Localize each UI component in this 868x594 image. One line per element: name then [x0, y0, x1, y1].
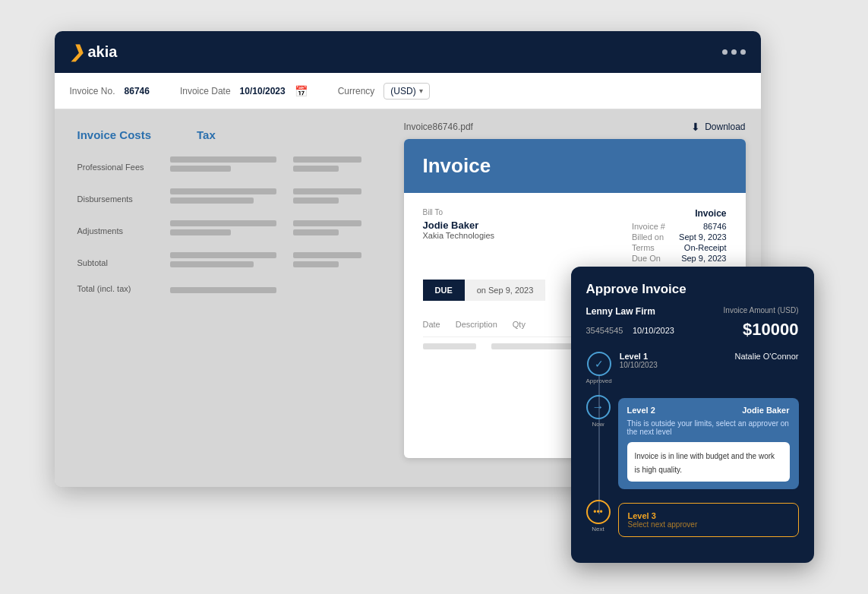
approve-modal: Approve Invoice Lenny Law Firm Invoice A…	[571, 267, 814, 563]
pf-bar-2	[170, 166, 231, 172]
level3-status-label: Next	[592, 526, 604, 532]
pdf-header: Invoice86746.pdf ⬇ Download	[404, 121, 746, 133]
pf-bar-1	[170, 156, 276, 163]
level1-icon: ✓	[587, 352, 611, 376]
adj-tax-bar-1	[293, 220, 361, 226]
pf-tax-bars	[293, 156, 361, 172]
sub-bar-1	[170, 252, 276, 258]
level3-box[interactable]: Level 3 Select next approver	[618, 503, 799, 537]
invoice-date-field: Invoice Date 10/10/2023 📅	[180, 85, 308, 97]
disb-bar-1	[170, 188, 276, 194]
dots-icon: •••	[593, 507, 603, 517]
modal-invoice-id: 35454545	[586, 326, 623, 335]
level1-person: Natalie O'Connor	[734, 352, 798, 361]
disbursements-label: Disbursements	[77, 194, 161, 204]
sub-tax-bars	[293, 252, 361, 267]
level3-placeholder: Select next approver	[628, 520, 789, 529]
col-description: Description	[456, 320, 497, 329]
dots-menu[interactable]	[722, 49, 746, 55]
arrow-right-icon: →	[592, 400, 604, 414]
sub-tax-bar-1	[293, 252, 361, 258]
adj-bar-2	[170, 229, 231, 235]
terms-key: Terms	[632, 243, 655, 252]
level3-icon: •••	[586, 500, 611, 524]
level2-icon: →	[586, 395, 611, 419]
level3-icon-wrapper: ••• Next	[586, 500, 611, 532]
level3-content: Level 3 Select next approver	[618, 500, 799, 537]
invoice-costs-title: Invoice Costs	[77, 128, 152, 141]
level1-date: 10/10/2023	[620, 361, 799, 369]
modal-firm-name: Lenny Law Firm	[586, 306, 655, 317]
currency-dropdown[interactable]: (USD) ▾	[383, 83, 429, 100]
title-bar: ❯ akia	[55, 31, 761, 73]
disb-bar-2	[170, 197, 254, 204]
chevron-down-icon: ▾	[419, 87, 423, 95]
col-date: Date	[423, 320, 440, 329]
invoice-number-key: Invoice #	[632, 222, 665, 231]
sub-tax-bar-2	[293, 261, 339, 267]
total-bar-1	[170, 287, 276, 293]
invoice-number-row: Invoice # 86746	[632, 222, 727, 231]
disb-tax-bars	[293, 188, 361, 204]
dot-2	[731, 49, 737, 55]
currency-field: Currency (USD) ▾	[338, 83, 430, 100]
calendar-icon[interactable]: 📅	[295, 85, 308, 97]
col-qty: Qty	[513, 320, 526, 329]
invoice-details-label: Invoice	[632, 208, 727, 219]
invoice-no-field: Invoice No. 86746	[70, 86, 150, 96]
invoice-date-value: 10/10/2023	[240, 86, 286, 96]
pdf-bill-row: Bill To Jodie Baker Xakia Technologies I…	[423, 208, 727, 264]
adj-bars	[170, 220, 276, 235]
disbursements-row: Disbursements	[77, 188, 381, 204]
professional-fees-row: Professional Fees	[77, 156, 381, 172]
level1-status-label: Approved	[586, 378, 612, 384]
level1-icon-wrapper: ✓ Approved	[586, 352, 612, 384]
due-date: on Sep 9, 2023	[465, 280, 546, 301]
billed-on-val: Sept 9, 2023	[679, 232, 726, 242]
level3-item: ••• Next Level 3 Select next approver	[586, 500, 799, 537]
level3-name: Level 3	[628, 511, 789, 520]
logo-area: ❯ akia	[70, 43, 118, 62]
invoice-no-value: 86746	[125, 86, 150, 96]
terms-row: Terms On-Receipt	[632, 243, 727, 252]
left-panel: Invoice Costs Tax Professional Fees	[55, 109, 404, 487]
due-on-val: Sep 9, 2023	[681, 254, 726, 263]
adj-tax-bar-2	[293, 229, 339, 235]
bill-to-name: Jodie Baker	[423, 220, 495, 231]
pdf-filename: Invoice86746.pdf	[404, 122, 473, 132]
tax-title: Tax	[197, 128, 216, 141]
due-on-row: Due On Sep 9, 2023	[632, 254, 727, 263]
level1-name: Level 1	[620, 352, 648, 361]
pdf-invoice-header: Invoice	[404, 139, 746, 193]
approval-levels: ✓ Approved Level 1 Natalie O'Connor 10/1…	[586, 352, 799, 537]
download-label: Download	[705, 122, 745, 132]
subtotal-label: Subtotal	[77, 258, 161, 267]
disb-bars	[170, 188, 276, 204]
sub-bars	[170, 252, 276, 267]
total-label: Total (incl. tax)	[77, 284, 161, 293]
due-badge: DUE	[423, 280, 465, 301]
logo-x-icon: ❯	[70, 43, 84, 62]
level2-item: → Now Level 2 Jodie Baker This is outsid…	[586, 395, 799, 489]
total-bars	[170, 287, 276, 293]
level2-name: Level 2	[627, 406, 655, 415]
invoice-details: Invoice Invoice # 86746 Billed on Sept 9…	[632, 208, 727, 264]
download-button[interactable]: ⬇ Download	[691, 121, 745, 133]
info-bar: Invoice No. 86746 Invoice Date 10/10/202…	[55, 73, 761, 109]
subtotal-row: Subtotal	[77, 252, 381, 267]
total-row: Total (incl. tax)	[77, 284, 381, 293]
level2-status-label: Now	[592, 421, 604, 428]
checkmark-icon: ✓	[595, 358, 604, 370]
modal-title: Approve Invoice	[586, 282, 799, 297]
billed-on-row: Billed on Sept 9, 2023	[632, 232, 727, 242]
invoice-number-val: 86746	[703, 222, 727, 231]
invoice-no-label: Invoice No.	[70, 86, 115, 96]
pdf-invoice-title: Invoice	[423, 154, 491, 177]
modal-info-row: 35454545 10/10/2023 $10000	[586, 320, 799, 340]
pf-tax-bar-2	[293, 166, 339, 172]
sub-bar-2	[170, 261, 254, 267]
bill-to-label: Bill To	[423, 208, 495, 216]
logo-text: akia	[88, 43, 118, 61]
disb-tax-bar-1	[293, 188, 361, 194]
professional-fees-label: Professional Fees	[77, 163, 161, 172]
